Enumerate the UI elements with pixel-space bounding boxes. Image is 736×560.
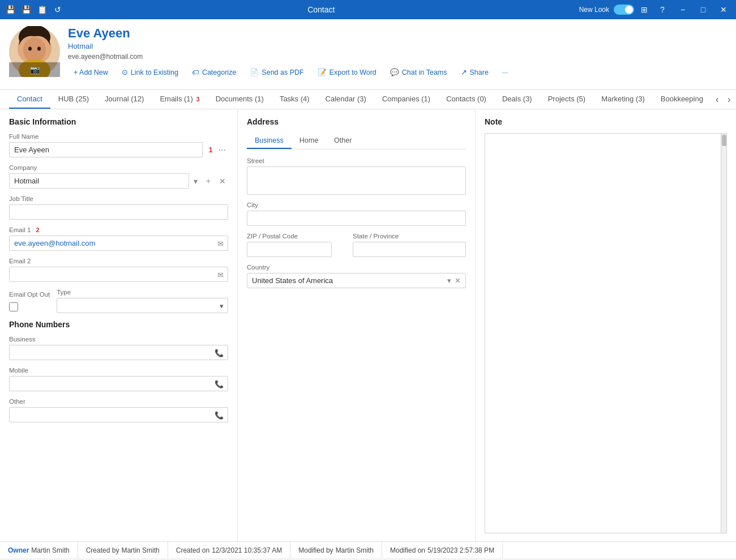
tab-documents[interactable]: Documents (1): [208, 90, 272, 109]
business-phone-input[interactable]: [9, 345, 228, 360]
tab-deals[interactable]: Deals (3): [494, 90, 540, 109]
state-input[interactable]: [353, 242, 466, 257]
email2-icon: ✉: [217, 270, 224, 279]
modified-on-value: 5/19/2023 2:57:38 PM: [427, 546, 494, 554]
tab-calendar[interactable]: Calendar (3): [318, 90, 374, 109]
more-button[interactable]: ···: [497, 66, 514, 79]
refresh-icon[interactable]: ↺: [52, 4, 63, 15]
modified-by-item: Modified by Martin Smith: [290, 542, 382, 558]
note-textarea[interactable]: [485, 134, 721, 516]
business-phone-icon: 📞: [215, 348, 224, 357]
email1-input[interactable]: [9, 236, 228, 251]
email1-group: Email 1 2 ✉: [9, 226, 228, 251]
title-bar-left: 💾 💾 📋 ↺: [5, 4, 63, 15]
job-title-input[interactable]: [9, 204, 228, 220]
company-dropdown-button[interactable]: ▾: [191, 176, 200, 187]
tab-bookkeeping[interactable]: Bookkeeping: [653, 90, 711, 109]
tab-nav-next[interactable]: ›: [723, 91, 735, 108]
send-as-pdf-button[interactable]: 📄 Send as PDF: [244, 65, 309, 79]
addr-tab-other[interactable]: Other: [326, 133, 360, 149]
type-select[interactable]: [57, 298, 228, 313]
country-clear-icon[interactable]: ✕: [455, 276, 461, 285]
country-group: Country United States of America ▾ ✕: [247, 264, 466, 288]
contact-info: Eve Ayeen Hotmail eve.ayeen@hotmail.com …: [68, 26, 727, 84]
clipboard-icon[interactable]: 📋: [36, 4, 48, 15]
mobile-phone-input[interactable]: [9, 376, 228, 391]
new-look-toggle[interactable]: [614, 5, 634, 15]
title-bar: 💾 💾 📋 ↺ Contact New Look ⊞ ? − □ ✕: [0, 0, 736, 19]
svg-point-3: [23, 37, 46, 62]
tab-marketing[interactable]: Marketing (3): [593, 90, 653, 109]
modified-on-item: Modified on 5/19/2023 2:57:38 PM: [382, 542, 503, 558]
city-input[interactable]: [247, 211, 466, 226]
business-phone-label: Business: [9, 336, 228, 343]
company-clear-button[interactable]: ✕: [217, 176, 228, 187]
city-label: City: [247, 202, 466, 208]
tab-companies[interactable]: Companies (1): [374, 90, 438, 109]
chat-in-teams-button[interactable]: 💬 Chat in Teams: [384, 65, 453, 79]
tab-emails[interactable]: Emails (1) 3: [152, 90, 207, 109]
email2-input[interactable]: [9, 267, 228, 282]
full-name-group: Full Name 1 ···: [9, 133, 228, 157]
share-icon: ↗: [461, 68, 467, 76]
link-to-existing-button[interactable]: ⊙ Link to Existing: [116, 65, 184, 79]
help-button[interactable]: ?: [654, 2, 670, 18]
save-icon[interactable]: 💾: [5, 4, 16, 15]
company-input[interactable]: [9, 173, 189, 189]
full-name-input[interactable]: [9, 142, 203, 157]
tab-tasks[interactable]: Tasks (4): [272, 90, 318, 109]
maximize-button[interactable]: □: [695, 2, 711, 18]
city-group: City: [247, 202, 466, 226]
close-button[interactable]: ✕: [716, 2, 731, 18]
word-icon: 📝: [318, 68, 327, 76]
tab-projects[interactable]: Projects (5): [540, 90, 593, 109]
full-name-label: Full Name: [9, 133, 228, 140]
full-name-badge: 1: [208, 146, 212, 154]
street-label: Street: [247, 157, 466, 164]
other-phone-icon: 📞: [215, 411, 224, 419]
nav-icon[interactable]: ⊞: [639, 4, 650, 15]
addr-tab-home[interactable]: Home: [292, 133, 326, 149]
mobile-phone-label: Mobile: [9, 367, 228, 374]
company-label: Company: [9, 164, 228, 171]
share-button[interactable]: ↗ Share: [455, 65, 494, 79]
full-name-options-button[interactable]: ···: [216, 145, 228, 155]
country-value: United States of America: [252, 276, 333, 285]
camera-overlay[interactable]: 📷: [9, 62, 60, 77]
opt-out-label: Email Opt Out: [9, 291, 50, 298]
tab-hub[interactable]: HUB (25): [50, 90, 97, 109]
mobile-phone-group: Mobile 📞: [9, 367, 228, 391]
company-add-button[interactable]: ＋: [202, 175, 215, 187]
street-group: Street: [247, 157, 466, 195]
company-group: Company ▾ ＋ ✕: [9, 164, 228, 189]
export-to-word-button[interactable]: 📝 Export to Word: [312, 65, 382, 79]
job-title-label: Job Title: [9, 195, 228, 202]
other-phone-input[interactable]: [9, 407, 228, 422]
save-all-icon[interactable]: 💾: [20, 4, 32, 15]
tab-contacts[interactable]: Contacts (0): [438, 90, 494, 109]
street-input[interactable]: [247, 166, 466, 195]
categorize-button[interactable]: 🏷 Categorize: [186, 66, 242, 79]
note-scrollbar[interactable]: [721, 134, 726, 533]
add-new-button[interactable]: + Add New: [68, 66, 114, 79]
tab-contact[interactable]: Contact: [9, 90, 50, 109]
country-label: Country: [247, 264, 466, 271]
created-by-value: Martin Smith: [121, 546, 159, 554]
email1-label: Email 1 2: [9, 226, 228, 233]
mobile-phone-icon: 📞: [215, 379, 224, 388]
zip-input[interactable]: [247, 242, 332, 257]
created-by-item: Created by Martin Smith: [78, 542, 168, 558]
other-phone-group: Other 📞: [9, 398, 228, 422]
country-select[interactable]: United States of America ▾ ✕: [247, 273, 466, 288]
minimize-button[interactable]: −: [675, 2, 691, 18]
modified-on-label: Modified on: [390, 546, 425, 554]
email1-icon: ✉: [217, 239, 224, 247]
avatar-container: 📷: [9, 26, 60, 77]
address-tabs: Business Home Other: [247, 133, 466, 149]
opt-out-checkbox[interactable]: [9, 302, 18, 311]
addr-tab-business[interactable]: Business: [247, 133, 292, 149]
tab-journal[interactable]: Journal (12): [97, 90, 152, 109]
tab-nav-prev[interactable]: ‹: [711, 91, 723, 108]
email1-badge: 2: [36, 226, 40, 233]
phone-section-title: Phone Numbers: [9, 320, 228, 329]
